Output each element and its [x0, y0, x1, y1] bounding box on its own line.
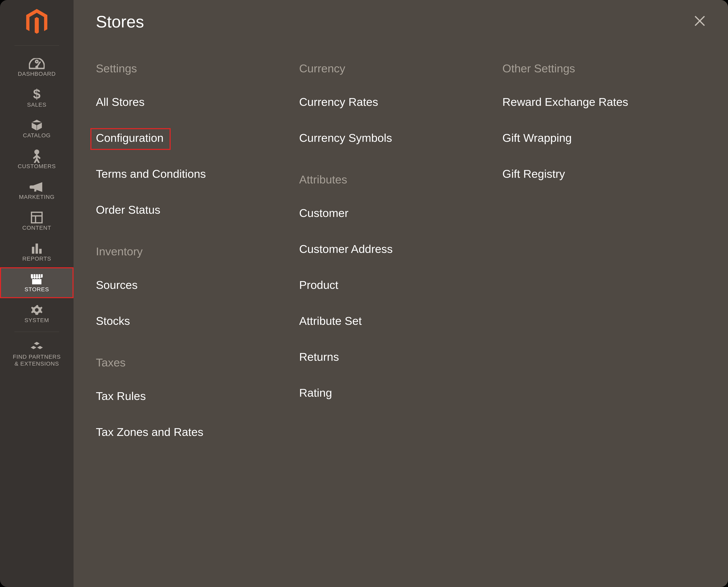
menu-link-currency-symbols[interactable]: Currency Symbols: [299, 131, 502, 144]
menu-link-rating[interactable]: Rating: [299, 386, 502, 399]
dollar-icon: $: [33, 88, 41, 101]
section-inventory: Inventory Sources Stocks: [96, 245, 299, 327]
section-heading: Inventory: [96, 245, 299, 258]
section-heading: Attributes: [299, 173, 502, 186]
sidebar-item-label: STORES: [25, 286, 49, 293]
menu-link-all-stores[interactable]: All Stores: [96, 95, 299, 109]
gear-icon: [31, 303, 43, 317]
section-settings: Settings All Stores Configuration Terms …: [96, 62, 299, 216]
sidebar-item-customers[interactable]: CUSTOMERS: [0, 144, 73, 175]
menu-link-gift-registry[interactable]: Gift Registry: [502, 167, 706, 180]
layout-icon: [31, 211, 43, 225]
menu-column-3: Other Settings Reward Exchange Rates Gif…: [502, 62, 706, 467]
section-heading: Other Settings: [502, 62, 706, 75]
sidebar-item-sales[interactable]: $ SALES: [0, 83, 73, 114]
stores-flyout-panel: Stores Settings All Stores Configuration…: [73, 0, 728, 587]
svg-rect-13: [32, 279, 42, 284]
sidebar-item-label: CONTENT: [22, 225, 51, 231]
menu-link-reward-exchange-rates[interactable]: Reward Exchange Rates: [502, 95, 706, 109]
menu-link-order-status[interactable]: Order Status: [96, 203, 299, 216]
person-icon: [32, 149, 42, 163]
section-taxes: Taxes Tax Rules Tax Zones and Rates: [96, 356, 299, 439]
dashboard-icon: [29, 57, 45, 70]
sidebar-item-content[interactable]: CONTENT: [0, 206, 73, 237]
blocks-icon: [30, 339, 43, 353]
menu-link-stocks[interactable]: Stocks: [96, 314, 299, 327]
sidebar-item-catalog[interactable]: CATALOG: [0, 113, 73, 144]
sidebar-item-dashboard[interactable]: DASHBOARD: [0, 52, 73, 83]
menu-link-configuration[interactable]: Configuration: [90, 128, 171, 150]
sidebar-item-label: MARKETING: [19, 193, 54, 201]
magento-logo-icon: [25, 8, 49, 37]
menu-link-terms-and-conditions[interactable]: Terms and Conditions: [96, 167, 299, 180]
menu-link-sources[interactable]: Sources: [96, 278, 299, 291]
megaphone-icon: [30, 180, 44, 193]
sidebar-item-label: SYSTEM: [24, 317, 49, 324]
sidebar-item-label: CUSTOMERS: [18, 163, 56, 170]
sidebar-item-label: SALES: [27, 101, 46, 108]
magento-logo[interactable]: [25, 8, 49, 38]
box-icon: [30, 118, 43, 132]
svg-point-14: [35, 308, 39, 312]
svg-rect-3: [31, 212, 42, 223]
sidebar-item-label: DASHBOARD: [18, 70, 56, 77]
sidebar-item-system[interactable]: SYSTEM: [0, 298, 73, 329]
menu-link-tax-zones-and-rates[interactable]: Tax Zones and Rates: [96, 425, 299, 439]
close-button[interactable]: [694, 15, 706, 28]
svg-point-0: [36, 66, 38, 68]
admin-sidebar: DASHBOARD $ SALES CATALOG CUSTOMERS: [0, 0, 73, 587]
sidebar-item-label: REPORTS: [22, 255, 51, 262]
sidebar-item-label: CATALOG: [23, 132, 51, 139]
menu-link-customer-address[interactable]: Customer Address: [299, 242, 502, 256]
sidebar-item-reports[interactable]: REPORTS: [0, 237, 73, 267]
menu-link-currency-rates[interactable]: Currency Rates: [299, 95, 502, 109]
store-icon: [30, 272, 44, 286]
svg-text:$: $: [33, 87, 41, 101]
sidebar-item-marketing[interactable]: MARKETING: [0, 175, 73, 206]
section-attributes: Attributes Customer Customer Address Pro…: [299, 173, 502, 399]
svg-rect-8: [39, 249, 42, 254]
menu-link-attribute-set[interactable]: Attribute Set: [299, 314, 502, 327]
sidebar-item-find-partners[interactable]: FIND PARTNERS & EXTENSIONS: [0, 335, 73, 372]
section-heading: Taxes: [96, 356, 299, 369]
menu-link-product[interactable]: Product: [299, 278, 502, 291]
menu-column-2: Currency Currency Rates Currency Symbols…: [299, 62, 502, 467]
section-other-settings: Other Settings Reward Exchange Rates Gif…: [502, 62, 706, 180]
menu-link-gift-wrapping[interactable]: Gift Wrapping: [502, 131, 706, 144]
sidebar-item-label: FIND PARTNERS & EXTENSIONS: [13, 353, 61, 367]
menu-columns: Settings All Stores Configuration Terms …: [96, 62, 706, 467]
menu-link-customer[interactable]: Customer: [299, 206, 502, 219]
svg-rect-7: [36, 243, 38, 254]
svg-rect-6: [32, 247, 34, 254]
section-heading: Settings: [96, 62, 299, 75]
section-heading: Currency: [299, 62, 502, 75]
close-icon: [694, 15, 706, 27]
menu-link-tax-rules[interactable]: Tax Rules: [96, 390, 299, 403]
bar-chart-icon: [31, 241, 43, 255]
panel-title: Stores: [96, 12, 706, 31]
menu-column-1: Settings All Stores Configuration Terms …: [96, 62, 299, 467]
menu-link-returns[interactable]: Returns: [299, 350, 502, 363]
divider: [15, 332, 59, 332]
app-root: DASHBOARD $ SALES CATALOG CUSTOMERS: [0, 0, 728, 587]
sidebar-item-stores[interactable]: STORES: [0, 267, 73, 298]
section-currency: Currency Currency Rates Currency Symbols: [299, 62, 502, 144]
